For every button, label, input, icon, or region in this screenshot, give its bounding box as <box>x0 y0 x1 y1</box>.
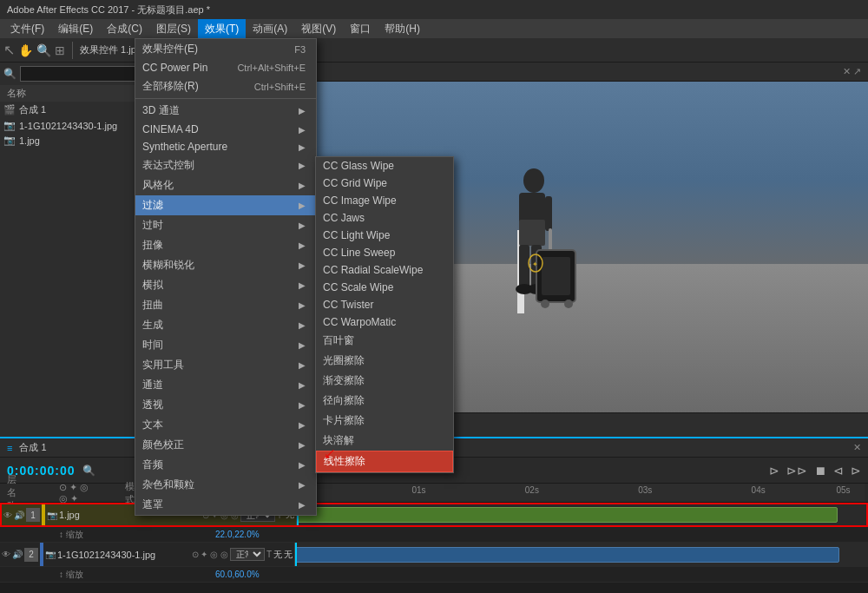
track-2-prop-icon: ↕ <box>59 570 63 579</box>
toolbar-arrow-icon: ↖ <box>3 42 15 58</box>
tl-icon-4[interactable]: ⊲ <box>833 464 844 478</box>
text-arrow: ▶ <box>299 420 306 430</box>
effect-item-blur[interactable]: 横糊和锐化 ▶ <box>135 255 316 275</box>
menu-window[interactable]: 窗口 <box>343 19 378 38</box>
filter-dropdown[interactable]: CC Glass Wipe CC Grid Wipe CC Image Wipe… <box>315 156 454 473</box>
effect-item-remove[interactable]: 全部移除(R) Ctrl+Shift+E <box>135 76 316 96</box>
ccpin-label: CC Power Pin <box>142 62 207 74</box>
tl-icon-2[interactable]: ⊳⊳ <box>786 464 807 478</box>
effect-item-text[interactable]: 文本 ▶ <box>135 415 316 435</box>
effect-item-generate[interactable]: 生成 ▶ <box>135 315 316 335</box>
timeline-close[interactable]: ✕ <box>853 442 861 453</box>
menu-file[interactable]: 文件(F) <box>3 19 51 38</box>
cinema4d-label: CINEMA 4D <box>142 123 199 135</box>
ruler-4s: 04s <box>752 485 766 495</box>
ccpin-shortcut: Ctrl+Alt+Shift+E <box>237 63 306 73</box>
track-1-color <box>42 504 45 525</box>
toolbar: ↖ ✋ 🔍 ⊞ 效果控件 1.jpg 项目 <box>0 38 868 63</box>
effect-item-color[interactable]: 颜色校正 ▶ <box>135 435 316 455</box>
title-text: Adobe After Effects CC 2017 - 无标题项目.aep … <box>7 3 210 16</box>
effect-item-persp[interactable]: 透视 ▶ <box>135 395 316 415</box>
filter-iris[interactable]: 光圈擦除 <box>316 351 453 371</box>
effect-item-filter[interactable]: 过滤 ▶ <box>135 195 316 215</box>
menu-view[interactable]: 视图(V) <box>294 19 343 38</box>
track-2-prop-value: 60.0,60.0% <box>215 570 260 579</box>
effect-item-ccpin[interactable]: CC Power Pin Ctrl+Alt+Shift+E <box>135 59 316 76</box>
filter-venetian[interactable]: 百叶窗 <box>316 331 453 351</box>
effect-item-noise[interactable]: 杂色和颗粒 ▶ <box>135 475 316 495</box>
effect-item-3d[interactable]: 3D 通道 ▶ <box>135 101 316 121</box>
track-1-eye[interactable]: 👁 <box>3 511 12 520</box>
filter-cardwipe[interactable]: 卡片擦除 <box>316 411 453 431</box>
time-arrow: ▶ <box>299 340 306 350</box>
menu-comp[interactable]: 合成(C) <box>100 19 149 38</box>
menu-layer[interactable]: 图层(S) <box>149 19 198 38</box>
timeline-tracks: 👁 🔊 1 📷 1.jpg ⊙ ✦ ◎ ◎ 正常 T 无 <box>0 503 868 593</box>
filter-jaws[interactable]: CC Jaws <box>316 209 453 227</box>
img1-icon: 📷 <box>3 120 16 131</box>
svg-point-0 <box>523 168 544 193</box>
track-2-color <box>40 543 43 566</box>
effect-item-warp[interactable]: 扭曲 ▶ <box>135 295 316 315</box>
svg-rect-10 <box>542 257 570 295</box>
track-1-clip <box>297 507 838 523</box>
filter-imagewipe[interactable]: CC Image Wipe <box>316 192 453 209</box>
track-2-mode[interactable]: 正常 <box>230 548 265 561</box>
scalewipe-label: CC Scale Wipe <box>323 281 393 293</box>
track-2-audio[interactable]: 🔊 <box>12 550 23 559</box>
menu-anim[interactable]: 动画(A) <box>246 19 294 38</box>
comp-icon: 🎬 <box>3 104 16 115</box>
menu-help[interactable]: 帮助(H) <box>378 19 427 38</box>
effect-item-time[interactable]: 时间 ▶ <box>135 335 316 355</box>
effect-item-distort[interactable]: 扭像 ▶ <box>135 235 316 255</box>
mask-arrow: ▶ <box>299 500 306 510</box>
effect-dropdown[interactable]: 效果控件(E) F3 CC Power Pin Ctrl+Alt+Shift+E… <box>135 38 317 516</box>
track-1-audio[interactable]: 🔊 <box>14 511 24 520</box>
radialscale-label: CC Radial ScaleWipe <box>323 264 423 276</box>
iris-label: 光圈擦除 <box>323 353 365 368</box>
track-1-prop-value: 22.0,22.0% <box>215 530 260 539</box>
menu-effect[interactable]: 效果(T) <box>198 19 246 38</box>
filter-lightwipe[interactable]: CC Light Wipe <box>316 227 453 244</box>
effect-item-controls[interactable]: 效果控件(E) F3 <box>135 39 316 59</box>
effect-item-obsolete[interactable]: 过时 ▶ <box>135 215 316 235</box>
track-2-eye[interactable]: 👁 <box>2 550 10 559</box>
3d-label: 3D 通道 <box>142 103 180 118</box>
time-label: 时间 <box>142 338 163 353</box>
noise-label: 杂色和颗粒 <box>142 478 194 492</box>
filter-gradientwipe[interactable]: 渐变擦除 <box>316 371 453 391</box>
effect-item-mask[interactable]: 遮罩 ▶ <box>135 495 316 515</box>
filter-warpomatic[interactable]: CC WarpoMatic <box>316 313 453 331</box>
tl-icon-3[interactable]: ⏹ <box>814 464 826 478</box>
venetian-label: 百叶窗 <box>323 333 354 348</box>
stylize-arrow: ▶ <box>299 181 306 190</box>
filter-glasswipe[interactable]: CC Glass Wipe <box>316 157 453 175</box>
filter-gridwipe[interactable]: CC Grid Wipe <box>316 175 453 192</box>
filter-twister[interactable]: CC Twister <box>316 296 453 313</box>
ruler-2s: 02s <box>525 485 539 495</box>
effect-item-cinema4d[interactable]: CINEMA 4D ▶ <box>135 121 316 138</box>
simulate-arrow: ▶ <box>299 280 306 290</box>
util-label: 实用工具 <box>142 358 184 372</box>
filter-scalewipe[interactable]: CC Scale Wipe <box>316 279 453 296</box>
track-1-prop-label: ↕ 缩放 <box>7 529 215 541</box>
filter-radialwipe[interactable]: 径向擦除 <box>316 391 453 411</box>
filter-radialscale[interactable]: CC Radial ScaleWipe <box>316 261 453 279</box>
warpomatic-label: CC WarpoMatic <box>323 316 396 328</box>
tl-icon-5[interactable]: ⊳ <box>851 464 861 478</box>
effect-item-util[interactable]: 实用工具 ▶ <box>135 355 316 375</box>
filter-arrow: ▶ <box>299 201 306 210</box>
tl-icon-1[interactable]: ⊳ <box>769 464 779 478</box>
filter-linearwipe[interactable]: 线性擦除 <box>316 451 453 472</box>
remove-shortcut: Ctrl+Shift+E <box>254 82 306 92</box>
effect-item-audio[interactable]: 音频 ▶ <box>135 455 316 475</box>
menu-edit[interactable]: 编辑(E) <box>51 19 100 38</box>
stylize-label: 风格化 <box>142 178 174 193</box>
filter-linesweep[interactable]: CC Line Sweep <box>316 244 453 261</box>
effect-item-simulate[interactable]: 横拟 ▶ <box>135 275 316 295</box>
effect-item-expr[interactable]: 表达式控制 ▶ <box>135 155 316 175</box>
effect-item-channel[interactable]: 通道 ▶ <box>135 375 316 395</box>
effect-item-synthetic[interactable]: Synthetic Aperture ▶ <box>135 138 316 155</box>
audio-label: 音频 <box>142 458 163 472</box>
effect-item-stylize[interactable]: 风格化 ▶ <box>135 175 316 195</box>
